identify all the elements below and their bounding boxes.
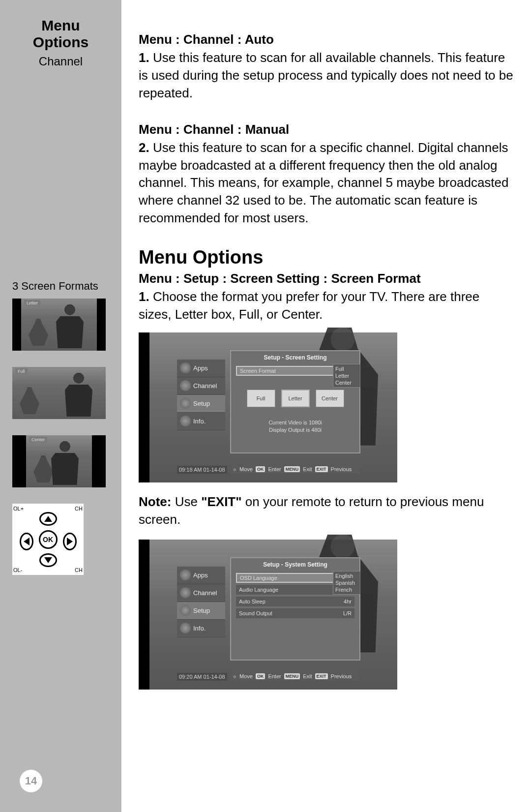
osd-panel: Setup - System Setting OSD LanguageEngli… (230, 557, 360, 661)
info-icon (180, 623, 191, 633)
channel-icon (180, 380, 191, 391)
osd-menu-setup: Setup (177, 602, 225, 620)
thumb-letter: Letter (12, 299, 106, 351)
setup-icon (180, 398, 191, 409)
osd-current-video: Current Video is 1080i (231, 419, 359, 426)
fmt-letter: Letter (281, 390, 310, 407)
osd-menu-info: Info. (177, 413, 225, 430)
arrow-up-icon (39, 512, 57, 526)
apps-icon (180, 362, 191, 373)
move-icon: ⟐ (233, 466, 236, 472)
osd-panel: Setup - Screen Setting Screen FormatCent… (230, 350, 360, 453)
apps-icon (180, 570, 191, 580)
osd-panel-title: Setup - Screen Setting (231, 351, 359, 364)
osd-row-sound-output: Sound OutputL/R (236, 608, 354, 618)
para-channel-manual: 2. Use this feature to scan for a specif… (139, 139, 514, 227)
sidebar-title: Menu Options (12, 17, 109, 51)
osd-display-output: Display Output is 480i (231, 426, 359, 434)
setup-icon (180, 605, 191, 616)
thumb-center: Center (12, 435, 106, 487)
arrow-right-icon (63, 533, 77, 550)
vol-plus-label: OL+ (13, 506, 24, 511)
info-icon (180, 416, 191, 426)
screenshot-system-setting: Apps Channel Setup Info. Setup - System … (139, 540, 397, 690)
thumb-full: Full (12, 367, 106, 419)
heading-screen-format: Menu : Setup : Screen Setting : Screen F… (139, 271, 514, 286)
formats-label: 3 Screen Formats (12, 280, 109, 293)
vol-minus-label: OL- (13, 567, 22, 573)
arrow-down-icon (39, 553, 57, 567)
osd-dropdown: English Spanish French (333, 571, 360, 595)
para-channel-auto: 1. Use this feature to scan for all avai… (139, 49, 514, 102)
thumb-tag: Full (15, 368, 28, 374)
remote-dpad: OL+ CH OL- CH OK (12, 504, 84, 575)
osd-menu-apps: Apps (177, 567, 225, 584)
ch-minus-label: CH (75, 567, 83, 573)
osd-menu-setup: Setup (177, 395, 225, 413)
sidebar: Menu Options Channel 3 Screen Formats Le… (0, 0, 121, 812)
osd-panel-title: Setup - System Setting (231, 558, 359, 571)
heading-channel-auto: Menu : Channel : Auto (139, 32, 514, 47)
sidebar-subtitle: Channel (12, 55, 109, 68)
osd-sidebar: Apps Channel Setup Info. (177, 567, 225, 637)
heading-menu-options: Menu Options (139, 247, 514, 268)
page-number: 14 (20, 770, 42, 792)
channel-icon (180, 587, 191, 598)
osd-sidebar: Apps Channel Setup Info. (177, 360, 225, 430)
osd-menu-apps: Apps (177, 360, 225, 377)
thumb-tag: Center (29, 437, 47, 443)
osd-hint-bar: ⟐Move OKEnter MENUExit EXITPrevious (230, 465, 360, 474)
heading-channel-manual: Menu : Channel : Manual (139, 122, 514, 137)
format-buttons: Full Letter Center (231, 390, 359, 407)
osd-menu-info: Info. (177, 620, 225, 637)
fmt-center: Center (316, 390, 344, 407)
screenshot-screen-setting: Apps Channel Setup Info. Setup - Screen … (139, 332, 397, 482)
osd-timestamp: 09:18 AM 01-14-08 (177, 466, 227, 474)
osd-hint-bar: ⟐Move OKEnter MENUExit EXITPrevious (230, 672, 360, 681)
osd-menu-channel: Channel (177, 377, 225, 395)
arrow-left-icon (20, 533, 33, 550)
note-exit: Note: Use "EXIT" on your remote to retur… (139, 493, 514, 529)
thumb-tag: Letter (24, 300, 40, 306)
move-icon: ⟐ (233, 673, 236, 679)
main-content: Menu : Channel : Auto 1. Use this featur… (121, 0, 531, 812)
fmt-full: Full (247, 390, 275, 407)
osd-timestamp: 09:20 AM 01-14-08 (177, 673, 227, 681)
osd-row-auto-sleep: Auto Sleep4hr (236, 597, 354, 606)
osd-menu-channel: Channel (177, 584, 225, 602)
ok-button-icon: OK (39, 530, 58, 549)
osd-dropdown: Full Letter Center (333, 364, 360, 388)
para-screen-format: 1. Choose the format you prefer for your… (139, 288, 514, 324)
ch-plus-label: CH (75, 506, 83, 511)
